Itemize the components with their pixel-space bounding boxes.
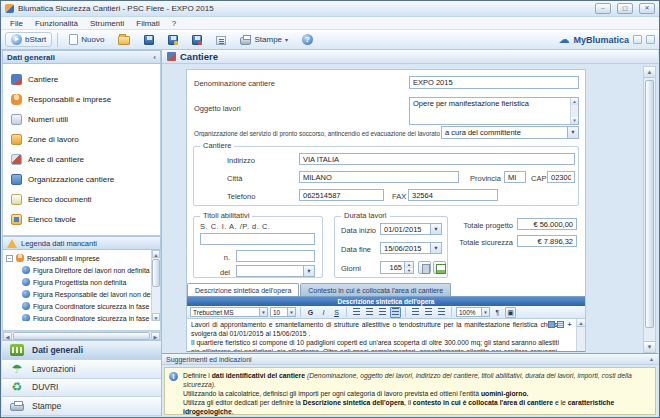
chevron-down-icon[interactable]: ▼ bbox=[430, 224, 441, 234]
bold-button[interactable]: G bbox=[305, 307, 316, 318]
documents-icon bbox=[11, 194, 22, 205]
oggetto-textarea[interactable]: Opere per manifestazione fieristica bbox=[409, 97, 579, 125]
myblumatica-link[interactable]: MyBlumatica bbox=[573, 35, 629, 45]
tree-expander-icon[interactable]: − bbox=[6, 255, 13, 262]
editor-text-area[interactable]: Lavori di approntamento e smantellamento… bbox=[187, 319, 585, 352]
chevron-down-icon[interactable]: ▼ bbox=[303, 266, 314, 276]
italic-button[interactable]: I bbox=[318, 307, 329, 318]
menu-funzionalita[interactable]: Funzionalità bbox=[29, 19, 84, 28]
tab-contesto-area-cantiere[interactable]: Contesto in cui è collocata l'area di ca… bbox=[300, 283, 451, 296]
organizzazione-select[interactable]: a cura del committente ▼ bbox=[441, 126, 579, 139]
scroll-right-arrow[interactable]: ▶ bbox=[151, 332, 160, 340]
scroll-up-arrow[interactable]: ▲ bbox=[577, 319, 585, 327]
main-vertical-scrollbar[interactable]: ▲ ▼ bbox=[643, 66, 656, 353]
cap-input[interactable] bbox=[547, 171, 575, 183]
chevron-down-icon[interactable]: ▼ bbox=[567, 127, 578, 138]
sidebar-item-organizzazione[interactable]: Organizzazione cantiere bbox=[3, 169, 160, 189]
align-left-button[interactable] bbox=[351, 307, 362, 318]
sidebar-item-numeri-utili[interactable]: Numeri utili bbox=[3, 109, 160, 129]
editor-vertical-scrollbar[interactable]: ▲ bbox=[576, 319, 585, 352]
move-handle-icon[interactable]: + bbox=[566, 321, 573, 328]
denominazione-input[interactable] bbox=[409, 76, 579, 89]
paragraph-style-icon[interactable] bbox=[557, 321, 564, 328]
menu-help[interactable]: ? bbox=[166, 19, 182, 28]
tree-vertical-scrollbar[interactable]: ▲ ▼ bbox=[151, 250, 160, 321]
numbered-list-button[interactable] bbox=[423, 307, 434, 318]
account-icon[interactable] bbox=[633, 35, 642, 44]
nav-stampe[interactable]: Stampe bbox=[2, 397, 161, 416]
indirizzo-input[interactable] bbox=[299, 153, 575, 165]
nav-lavorazioni[interactable]: ☂ Lavorazioni bbox=[2, 360, 161, 379]
chevron-down-icon[interactable]: ▼ bbox=[430, 243, 441, 253]
menu-strumenti[interactable]: Strumenti bbox=[84, 19, 130, 28]
scroll-down-arrow[interactable]: ▼ bbox=[644, 341, 655, 352]
spinner-arrows[interactable]: ▲▼ bbox=[404, 262, 413, 273]
tree-item[interactable]: Figura Coordinatore sicurezza in fase di… bbox=[6, 312, 151, 321]
zoom-select[interactable]: 100%▼ bbox=[456, 307, 490, 317]
font-family-select[interactable]: Trebuchet MS▼ bbox=[190, 307, 268, 317]
numero-input[interactable] bbox=[236, 250, 315, 262]
bstart-button[interactable]: bStart bbox=[5, 32, 52, 47]
data-inizio-select[interactable]: 01/01/2015 ▼ bbox=[380, 223, 442, 235]
close-button[interactable]: ✕ bbox=[639, 3, 655, 14]
save-button[interactable] bbox=[138, 33, 160, 47]
sidebar-item-elenco-documenti[interactable]: Elenco documenti bbox=[3, 189, 160, 209]
nuovo-button[interactable]: Nuovo bbox=[63, 32, 110, 47]
data-fine-select[interactable]: 15/06/2015 ▼ bbox=[380, 242, 442, 254]
sidebar-item-elenco-tavole[interactable]: Elenco tavole bbox=[3, 209, 160, 229]
list-icon[interactable] bbox=[646, 35, 655, 44]
tree-item[interactable]: Figura Direttore dei lavori non definita bbox=[6, 264, 151, 276]
pilcrow-button[interactable]: ¶ bbox=[492, 307, 503, 318]
del-date-select[interactable]: ▼ bbox=[236, 265, 315, 277]
scroll-thumb[interactable] bbox=[645, 80, 654, 328]
tree-root-responsabili[interactable]: − Responsabili e imprese bbox=[6, 252, 151, 264]
tree-item[interactable]: Figura Coordinatore sicurezza in fase di… bbox=[6, 300, 151, 312]
calendar-button[interactable] bbox=[433, 261, 446, 274]
oggetto-scrollbar[interactable]: ▲▼ bbox=[570, 98, 578, 124]
align-right-button[interactable] bbox=[377, 307, 388, 318]
font-size-select[interactable]: 10▼ bbox=[270, 307, 296, 317]
save-all-button[interactable] bbox=[186, 33, 208, 47]
indent-button[interactable] bbox=[436, 307, 447, 318]
tree-horizontal-scrollbar[interactable]: ◀ ▶ bbox=[2, 331, 161, 340]
telefono-input[interactable] bbox=[299, 189, 384, 201]
scia-input[interactable] bbox=[200, 233, 315, 245]
open-button[interactable] bbox=[112, 32, 136, 47]
menu-file[interactable]: File bbox=[4, 19, 29, 28]
help-button[interactable]: ? bbox=[296, 32, 319, 47]
scroll-thumb[interactable] bbox=[13, 332, 150, 340]
tree-item[interactable]: Figura Responsabile dei lavori non defin… bbox=[6, 288, 151, 300]
stampe-button[interactable]: Stampe ▾ bbox=[234, 33, 294, 47]
sidebar-item-aree-di-cantiere[interactable]: Aree di cantiere bbox=[3, 149, 160, 169]
export-button[interactable] bbox=[210, 33, 232, 47]
align-center-button[interactable] bbox=[364, 307, 375, 318]
scroll-down-arrow[interactable]: ▼ bbox=[152, 313, 160, 321]
fill-color-icon[interactable] bbox=[548, 321, 555, 328]
scroll-up-arrow[interactable]: ▲ bbox=[152, 250, 160, 258]
nav-dati-generali[interactable]: Dati generali bbox=[2, 341, 161, 360]
provincia-input[interactable] bbox=[504, 171, 526, 183]
scroll-up-arrow[interactable]: ▲ bbox=[644, 67, 655, 78]
insert-field-button[interactable]: ▣ bbox=[505, 307, 516, 318]
fax-input[interactable] bbox=[408, 189, 498, 201]
tab-descrizione-sintetica[interactable]: Descrizione sintetica dell'opera bbox=[187, 283, 299, 296]
scroll-thumb[interactable] bbox=[152, 259, 160, 287]
nav-duvri[interactable]: ♻ DUVRI bbox=[2, 379, 161, 398]
maximize-button[interactable]: ▢ bbox=[617, 3, 633, 14]
sidebar-item-responsabili[interactable]: Responsabili e imprese bbox=[3, 89, 160, 109]
sidebar-item-zone-di-lavoro[interactable]: Zone di lavoro bbox=[3, 129, 160, 149]
scroll-left-arrow[interactable]: ◀ bbox=[3, 332, 12, 340]
collapse-panel-icon[interactable]: ‹ bbox=[153, 53, 156, 62]
underline-button[interactable]: S bbox=[331, 307, 342, 318]
collapse-hints-icon[interactable]: ▲ bbox=[649, 356, 654, 362]
giorni-stepper[interactable]: 165 ▲▼ bbox=[380, 261, 414, 274]
bullet-list-button[interactable] bbox=[410, 307, 421, 318]
minimize-button[interactable]: – bbox=[595, 3, 611, 14]
citta-input[interactable] bbox=[299, 171, 459, 183]
align-justify-button[interactable] bbox=[390, 307, 401, 318]
save-as-button[interactable] bbox=[162, 33, 184, 47]
sidebar-item-cantiere[interactable]: Cantiere bbox=[3, 69, 160, 89]
calculator-button[interactable] bbox=[418, 261, 431, 274]
menu-filmati[interactable]: Filmati bbox=[130, 19, 166, 28]
tree-item[interactable]: Figura Progettista non definita bbox=[6, 276, 151, 288]
